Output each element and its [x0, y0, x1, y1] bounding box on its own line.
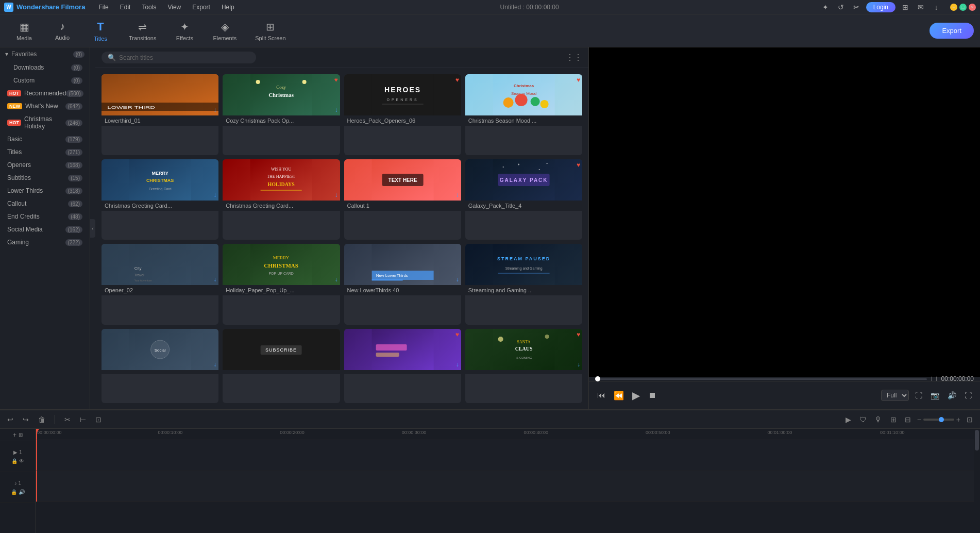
grid-view-icon[interactable]: ⋮⋮	[566, 53, 582, 62]
quality-select[interactable]: Full 1/2 1/4	[881, 390, 909, 401]
fullscreen-icon[interactable]: ⛶	[962, 389, 974, 402]
search-input[interactable]	[119, 54, 250, 61]
fit-timeline-icon[interactable]: ⊡	[965, 414, 975, 425]
zoom-slider[interactable]	[923, 419, 954, 421]
step-back-button[interactable]: ⏮	[595, 389, 607, 402]
split-view-icon[interactable]: ⊟	[903, 414, 913, 425]
sidebar-item-social-media[interactable]: Social Media (162)	[2, 223, 88, 236]
tab-elements[interactable]: ◈ Elements	[205, 18, 245, 44]
menu-help[interactable]: Help	[216, 3, 240, 12]
tab-effects[interactable]: ✦ Effects	[166, 18, 202, 44]
track-lock-icon[interactable]: 🔒	[11, 458, 18, 464]
menu-view[interactable]: View	[162, 3, 186, 12]
sidebar-item-custom[interactable]: Custom (0)	[2, 74, 88, 87]
menu-items: File Edit Tools View Export Help	[93, 3, 239, 12]
sidebar-item-gaming[interactable]: Gaming (222)	[2, 236, 88, 248]
track-eye-icon[interactable]: 👁	[19, 458, 24, 464]
render-button[interactable]: ▶	[843, 414, 853, 425]
sidebar-item-recommended[interactable]: HOT Recommended (500)	[2, 87, 88, 99]
thumb-social3[interactable]: ♥ ↓	[344, 329, 461, 404]
zoom-in-button[interactable]: +	[956, 415, 960, 424]
thumb-streaming-gaming[interactable]: STREAM PAUSED Streaming and Gaming Strea…	[465, 244, 582, 325]
crop-button[interactable]: ⊡	[93, 414, 104, 425]
sidebar-item-callout[interactable]: Callout (62)	[2, 197, 88, 210]
timeline-scrollbar[interactable]	[974, 429, 980, 533]
thumb-callout1[interactable]: TEXT HERE ↓ Callout 1	[344, 159, 461, 240]
close-button[interactable]: ×	[969, 4, 976, 11]
mic-icon[interactable]: 🎙	[873, 414, 884, 425]
thumb-galaxy-pack[interactable]: GALAXY PACK ♥ Galaxy_Pack_Title_4	[465, 159, 582, 240]
sidebar-item-subtitles[interactable]: Subtitles (15)	[2, 172, 88, 184]
volume-icon[interactable]: 🔊	[945, 389, 958, 402]
video-track-row[interactable]: Drag and drop media and effects here to …	[36, 440, 974, 471]
thumb-social1[interactable]: Social ↓	[102, 329, 218, 404]
layout-icon[interactable]: ⊞	[900, 2, 911, 13]
snapshot-icon[interactable]: 📷	[928, 389, 941, 402]
delete-button[interactable]: 🗑	[36, 414, 47, 425]
sidebar-item-openers[interactable]: Openers (168)	[2, 159, 88, 171]
zoom-out-button[interactable]: −	[917, 415, 921, 424]
undo-button[interactable]: ↩	[5, 414, 15, 425]
menu-edit[interactable]: Edit	[115, 3, 136, 12]
history-icon[interactable]: ↺	[835, 2, 847, 13]
ai-icon[interactable]: ✦	[820, 2, 831, 13]
svg-rect-61	[376, 344, 407, 351]
clip-icon[interactable]: ✂	[851, 2, 862, 13]
thumb-wish-christmas[interactable]: WISH YOU THE HAPPIEST HOLIDAYS ↓ Christm…	[223, 159, 340, 240]
sidebar-item-end-credits[interactable]: End Credits (48)	[2, 210, 88, 223]
ruler-mark-5: 00:00:50:00	[646, 430, 670, 435]
login-button[interactable]: Login	[866, 2, 895, 12]
search-box[interactable]: 🔍	[102, 52, 256, 63]
menu-file[interactable]: File	[93, 3, 113, 12]
thumb-subscribe[interactable]: SUBSCRIBE	[223, 329, 340, 404]
stop-button[interactable]: ⏹	[646, 389, 658, 402]
fit-screen-icon[interactable]: ⛶	[913, 389, 924, 402]
thumb-heroes[interactable]: HEROES OPENERS ♥ Heroes_Pack_Openers_06	[344, 74, 461, 155]
sidebar-item-whats-new[interactable]: NEW What's New (642)	[2, 100, 88, 112]
sidebar-item-christmas-holiday[interactable]: HOT Christmas Holiday (246)	[2, 113, 88, 132]
audio-lock-icon[interactable]: 🔒	[11, 489, 17, 495]
tab-transitions[interactable]: ⇌ Transitions	[121, 18, 164, 44]
sidebar-collapse-handle[interactable]: ‹	[90, 47, 95, 409]
thumb-christmas-greeting1[interactable]: MERRY CHRISTMAS Greeting Card ↓ Christma…	[102, 159, 218, 240]
maximize-button[interactable]: □	[959, 4, 967, 11]
thumb-santa[interactable]: SANTA CLAUS IS COMING ♥ ↓	[465, 329, 582, 404]
prev-frame-button[interactable]: ⏪	[612, 389, 626, 403]
audio-track-row[interactable]	[36, 471, 974, 502]
tab-titles[interactable]: T Titles	[82, 17, 119, 45]
menu-tools[interactable]: Tools	[137, 3, 161, 12]
scrollbar-thumb[interactable]	[975, 430, 979, 451]
svg-rect-8	[371, 74, 433, 115]
snap-icon[interactable]: ⊞	[888, 414, 899, 425]
thumb-cozy-christmas[interactable]: Cozy Christmas ♥ ↓ Cozy Christmas Pack O…	[223, 74, 340, 155]
sidebar-item-lower-thirds[interactable]: Lower Thirds (318)	[2, 185, 88, 197]
download-icon[interactable]: ↓	[931, 2, 942, 13]
menu-export[interactable]: Export	[187, 3, 215, 12]
audio-mute-icon[interactable]: 🔊	[19, 489, 25, 495]
sidebar-favorites[interactable]: ▾ Favorites (0)	[0, 47, 90, 61]
tab-media[interactable]: ▦ Media	[6, 18, 42, 44]
tab-split-screen[interactable]: ⊞ Split Screen	[247, 18, 294, 44]
cut-button[interactable]: ✂	[62, 414, 73, 425]
sidebar-item-basic[interactable]: Basic (179)	[2, 133, 88, 145]
thumb-label-social1	[102, 370, 218, 374]
redo-button[interactable]: ↪	[21, 414, 31, 425]
thumb-lowerthird01[interactable]: LOWER THIRD ↓ Lowerthird_01	[102, 74, 218, 155]
thumb-holiday-paper[interactable]: MERRY CHRISTMAS POP-UP CARD ↓ Holiday_Pa…	[223, 244, 340, 325]
shield-icon[interactable]: 🛡	[857, 414, 869, 425]
minimize-button[interactable]: −	[950, 4, 957, 11]
thumb-christmas-season[interactable]: Christmas Season Mood ♥ Christmas Season…	[465, 74, 582, 155]
sidebar-item-downloads[interactable]: Downloads (0)	[2, 61, 88, 74]
tab-audio[interactable]: ♪ Audio	[44, 18, 80, 44]
end-credits-count: (48)	[68, 213, 82, 220]
add-track-button[interactable]: + ⊞	[0, 429, 36, 441]
split-button[interactable]: ⊢	[78, 414, 88, 425]
play-button[interactable]: ▶	[630, 387, 642, 404]
sidebar-item-titles[interactable]: Titles (271)	[2, 146, 88, 158]
svg-point-36	[538, 169, 539, 170]
mail-icon[interactable]: ✉	[915, 2, 926, 13]
export-button[interactable]: Export	[930, 23, 974, 39]
svg-text:CHRISTMAS: CHRISTMAS	[264, 262, 299, 269]
thumb-lower-thirds-40[interactable]: New LowerThirds ↓ New LowerThirds 40	[344, 244, 461, 325]
thumb-opener02[interactable]: City Travel Your Adventure ↓ Opener_02	[102, 244, 218, 325]
